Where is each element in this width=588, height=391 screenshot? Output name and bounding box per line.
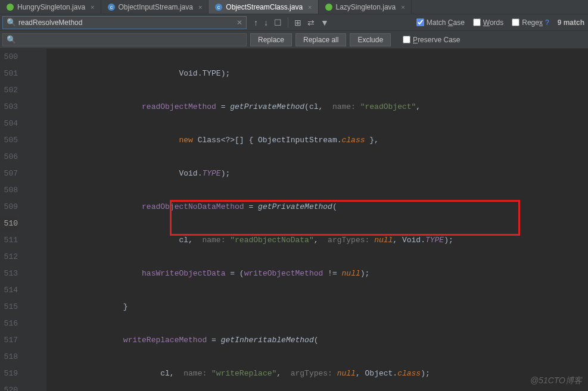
java-file-icon — [6, 3, 14, 11]
select-all-icon[interactable]: ☐ — [274, 18, 282, 27]
java-class-icon: c — [107, 3, 116, 11]
tab-object-input-stream[interactable]: c ObjectInputStream.java × — [101, 0, 209, 14]
java-file-icon — [325, 3, 333, 11]
close-icon[interactable]: × — [198, 4, 202, 11]
replace-toolbar: 🔍 Replace Replace all Exclude Preserve C… — [0, 31, 588, 49]
svg-point-0 — [7, 4, 14, 11]
match-case-checkbox[interactable]: Match Case — [416, 18, 465, 27]
search-options: Match Case Words Regex ? — [416, 18, 549, 27]
code-area[interactable]: Void.TYPE); readObjectMethod = getPrivat… — [29, 49, 588, 391]
tab-label: ObjectStreamClass.java — [226, 3, 303, 11]
divider — [288, 17, 288, 28]
filter-icon[interactable]: ▼ — [321, 18, 329, 27]
close-icon[interactable]: × — [401, 4, 405, 11]
tab-hungry-singleton[interactable]: HungrySingleton.java × — [0, 0, 101, 14]
exclude-button[interactable]: Exclude — [350, 33, 391, 46]
svg-text:c: c — [217, 4, 220, 10]
java-class-icon: c — [214, 3, 223, 11]
tab-label: LazySingleton.java — [336, 3, 396, 11]
regex-checkbox[interactable]: Regex ? — [512, 18, 549, 27]
replace-field-wrap: 🔍 — [2, 33, 247, 46]
tab-object-stream-class[interactable]: c ObjectStreamClass.java × — [209, 0, 318, 14]
replace-input[interactable] — [18, 36, 242, 44]
close-icon[interactable]: × — [308, 4, 312, 11]
tab-label: ObjectInputStream.java — [119, 3, 193, 11]
code-editor[interactable]: 500501502503 504505506507 508509510511 5… — [0, 49, 588, 391]
tab-lazy-singleton[interactable]: LazySingleton.java × — [319, 0, 412, 14]
search-field-wrap: 🔍 ✕ — [2, 16, 247, 29]
next-match-icon[interactable]: ↓ — [264, 18, 268, 27]
words-checkbox[interactable]: Words — [473, 18, 503, 27]
replace-button[interactable]: Replace — [250, 33, 292, 46]
tab-label: HungrySingleton.java — [17, 3, 85, 11]
prev-match-icon[interactable]: ↑ — [254, 18, 258, 27]
search-toolbar: 🔍 ✕ ↑ ↓ ☐ ⊞ ⇄ ▼ Match Case Words Regex ?… — [0, 14, 588, 31]
search-input[interactable] — [18, 18, 237, 27]
search-icon: 🔍 — [7, 18, 16, 27]
match-count: 9 match — [558, 18, 584, 27]
svg-point-5 — [325, 4, 332, 11]
line-gutter: 500501502503 504505506507 508509510511 5… — [0, 49, 29, 391]
editor-tabs: HungrySingleton.java × c ObjectInputStre… — [0, 0, 588, 14]
close-icon[interactable]: × — [91, 4, 94, 11]
svg-text:c: c — [110, 4, 113, 10]
add-selection-icon[interactable]: ⊞ — [294, 18, 301, 27]
search-nav-icons: ↑ ↓ ☐ ⊞ ⇄ ▼ — [254, 17, 329, 28]
replace-icon: 🔍 — [7, 35, 16, 44]
clear-search-icon[interactable]: ✕ — [237, 18, 242, 27]
replace-all-button[interactable]: Replace all — [295, 33, 346, 46]
watermark: @51CTO博客 — [530, 376, 582, 386]
toggle-icon[interactable]: ⇄ — [307, 18, 315, 27]
preserve-case-checkbox[interactable]: Preserve Case — [403, 36, 460, 44]
